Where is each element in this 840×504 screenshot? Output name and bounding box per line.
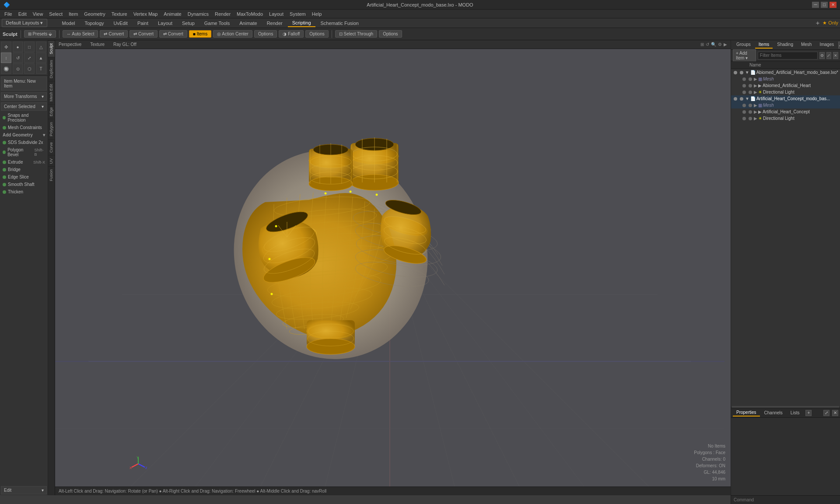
expand-icon-l2[interactable]: ▶: [754, 116, 757, 121]
viewport-icon-1[interactable]: ⊞: [700, 42, 704, 47]
viewport-icon-4[interactable]: ⚙: [718, 42, 722, 47]
tab-schematic[interactable]: Schematic Fusion: [316, 20, 363, 27]
tool-move[interactable]: ↕: [1, 52, 11, 63]
tab-gametools[interactable]: Game Tools: [200, 20, 234, 27]
select-through-button[interactable]: ⊡ Select Through: [335, 30, 377, 38]
tab-items[interactable]: Items: [755, 41, 773, 49]
file2-mesh[interactable]: ▶ ▦ Mesh: [731, 102, 840, 108]
presets-button[interactable]: ⊞ Presets ⬙: [24, 30, 56, 38]
tool-text[interactable]: T: [36, 63, 46, 74]
tab-images[interactable]: Images: [816, 41, 837, 49]
menu-texture[interactable]: Texture: [109, 10, 130, 18]
tab-topology[interactable]: Topology: [80, 20, 108, 27]
file1-mesh[interactable]: ▶ ▦ Mesh: [731, 76, 840, 82]
convert-button-3[interactable]: ⇄ Convert: [159, 30, 187, 38]
side-tab-edge[interactable]: Edge: [48, 104, 55, 119]
viewport-icon-5[interactable]: ▶: [724, 42, 727, 47]
side-tab-curve[interactable]: Curve: [48, 139, 55, 155]
tab-scripting[interactable]: Scripting: [288, 19, 315, 27]
minimize-button[interactable]: ─: [812, 2, 819, 8]
menu-item[interactable]: Item: [66, 10, 80, 18]
menu-dynamics[interactable]: Dynamics: [185, 10, 211, 18]
thicken-item[interactable]: Thicken: [0, 188, 48, 196]
file-item-2[interactable]: ▼ 📄 Artificial_Heart_Concept_modo_bas...: [731, 95, 840, 102]
tab-shading[interactable]: Shading: [774, 41, 797, 49]
menu-vertexmap[interactable]: Vertex Map: [131, 10, 161, 18]
tool-square[interactable]: □: [24, 42, 35, 52]
expand-icon-m1[interactable]: ▶: [754, 77, 757, 81]
side-tab-fusion[interactable]: Fusion: [48, 166, 55, 184]
expand-icon-l1[interactable]: ▶: [754, 90, 757, 94]
snaps-precision-item[interactable]: Snaps and Precision: [0, 112, 48, 124]
expand-icon-h1[interactable]: ▶: [754, 83, 757, 88]
add-tab-button[interactable]: ＋: [815, 19, 821, 27]
falloff-button[interactable]: ◑ Falloff: [279, 30, 304, 38]
auto-select-button[interactable]: ↔ Auto Select: [63, 30, 98, 38]
file2-concept[interactable]: ▶ ▶ Artificial_Heart_Concept: [731, 108, 840, 115]
close-bottom-button[interactable]: ✕: [832, 410, 838, 416]
expand-icon-m2[interactable]: ▶: [754, 103, 757, 108]
viewport-canvas[interactable]: Z X Y No Items Polygons : Face Channels:…: [55, 49, 731, 495]
center-selected-dropdown[interactable]: Center Selected ▾: [1, 102, 47, 111]
tab-paint[interactable]: Paint: [133, 20, 153, 27]
sds-subdivide-item[interactable]: SDS Subdivide 2x: [0, 139, 48, 146]
file1-light[interactable]: ▶ ☀ Directional Light: [731, 89, 840, 95]
menu-select[interactable]: Select: [46, 10, 65, 18]
star-only-button[interactable]: ★ Only: [822, 20, 838, 26]
menu-file[interactable]: File: [2, 10, 15, 18]
tab-render[interactable]: Render: [262, 20, 287, 27]
convert-button-1[interactable]: ⇄ Convert: [100, 30, 128, 38]
menu-edit[interactable]: Edit: [16, 10, 29, 18]
side-tab-duplicates[interactable]: Duplicates: [48, 57, 55, 81]
command-input[interactable]: [734, 497, 837, 502]
smooth-shaft-item[interactable]: Smooth Shaft: [0, 181, 48, 188]
filter-options-button[interactable]: ⚙: [819, 52, 825, 59]
tool-lasso[interactable]: ⊙: [13, 63, 23, 74]
items-button[interactable]: ■ Items: [189, 30, 211, 38]
side-tab-uv[interactable]: UV: [48, 155, 55, 167]
tab-animate[interactable]: Animate: [235, 20, 261, 27]
expand-icon-file2[interactable]: ▼: [745, 96, 749, 101]
expand-panel-button[interactable]: ⤢: [838, 42, 840, 49]
side-tab-sculpt[interactable]: Sculpt: [48, 40, 55, 57]
expand-icon-c2[interactable]: ▶: [754, 109, 757, 114]
side-tab-meshedit[interactable]: Mesh Edit: [48, 81, 55, 104]
convert-button-2[interactable]: ⇄ Convert: [130, 30, 158, 38]
tool-circle[interactable]: ●: [13, 42, 23, 52]
tool-mesh-ops[interactable]: ▲: [36, 52, 46, 63]
viewport-icon-2[interactable]: ↺: [706, 42, 709, 47]
tab-setup[interactable]: Setup: [178, 20, 199, 27]
items-close-button[interactable]: ✕: [833, 52, 838, 59]
properties-tab[interactable]: Properties: [733, 409, 760, 416]
collapse-icon[interactable]: ▾: [43, 133, 45, 137]
channels-tab[interactable]: Channels: [761, 410, 786, 416]
side-tab-polygon[interactable]: Polygon: [48, 119, 55, 139]
polygon-bevel-item[interactable]: Polygon Bevel Shift-B: [0, 146, 48, 158]
file1-heart[interactable]: ▶ ▶ Abiomed_Artificial_Heart: [731, 82, 840, 89]
tool-knife[interactable]: ⬡: [24, 63, 35, 74]
mesh-constraints-item[interactable]: Mesh Constraints: [0, 124, 48, 131]
options-button-2[interactable]: Options: [305, 30, 328, 38]
tool-select[interactable]: ✜: [1, 42, 11, 52]
edit-dropdown[interactable]: Edit ▾: [1, 486, 47, 494]
tab-layout[interactable]: Layout: [154, 20, 177, 27]
options-button-1[interactable]: Options: [254, 30, 277, 38]
bridge-item[interactable]: Bridge: [0, 166, 48, 173]
expand-bottom-button[interactable]: ⤢: [823, 410, 830, 416]
close-button[interactable]: ✕: [830, 2, 836, 8]
viewport-area[interactable]: Perspective Texture Ray GL: Off ⊞ ↺ 🔍 ⚙ …: [55, 40, 731, 495]
menu-render[interactable]: Render: [212, 10, 233, 18]
maximize-button[interactable]: □: [821, 2, 828, 8]
menu-maxtomodo[interactable]: MaxToModo: [234, 10, 266, 18]
add-item-button[interactable]: + Add Item ▾: [733, 49, 756, 62]
action-center-button[interactable]: ◎ Action Center: [213, 30, 252, 38]
edge-slice-item[interactable]: Edge Slice: [0, 173, 48, 181]
menu-animate[interactable]: Animate: [161, 10, 184, 18]
more-transforms-dropdown[interactable]: More Transforms ▾: [1, 92, 47, 101]
menu-geometry[interactable]: Geometry: [81, 10, 108, 18]
expand-icon-file1[interactable]: ▼: [745, 70, 749, 75]
add-panel-button[interactable]: +: [805, 410, 812, 416]
options-button-3[interactable]: Options: [379, 30, 402, 38]
default-layouts-button[interactable]: Default Layouts ▾: [2, 19, 47, 27]
tool-magnet[interactable]: 🔘: [1, 63, 11, 74]
